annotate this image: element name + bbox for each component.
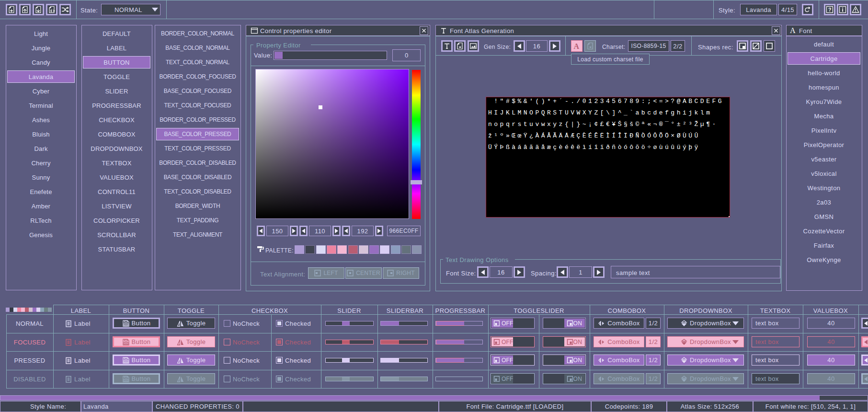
svg-text:A: A: [790, 26, 796, 34]
svg-text:?: ?: [828, 7, 831, 12]
svg-text:A: A: [574, 42, 580, 50]
